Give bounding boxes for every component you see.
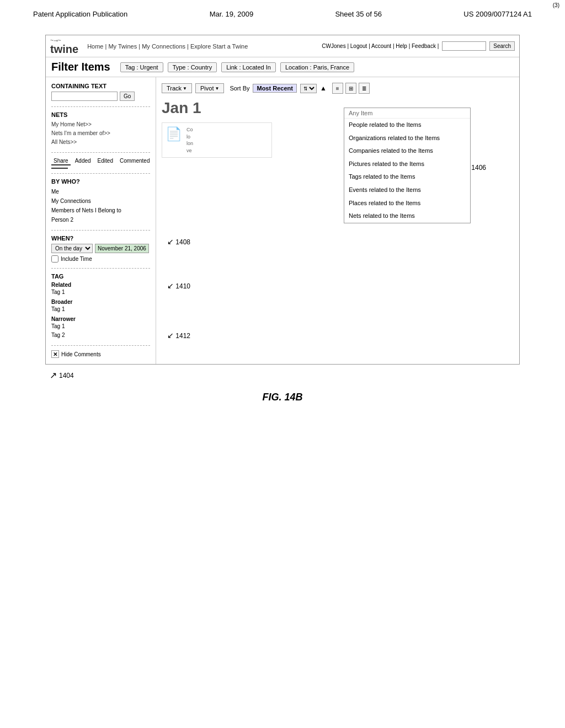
bracket-note: (3) — [553, 2, 559, 8]
item-text-2: lo — [186, 133, 193, 141]
dropdown-item-nets[interactable]: Nets related to the Items — [344, 210, 470, 223]
nav-left: ~⊸~ twine Home | My Twines | My Connecti… — [50, 38, 248, 55]
divider-5 — [51, 268, 150, 269]
by-who-section: BY WHO? Me My Connections Members of Net… — [51, 178, 150, 224]
callout-1406-label: 1406 — [471, 164, 486, 172]
net-member-link[interactable]: Nets I'm a member of>> — [51, 129, 150, 138]
item-card: 📄 Co lo lon ve — [162, 122, 272, 158]
hide-comments-row: ✕ Hide Comments — [51, 350, 150, 358]
by-who-person2[interactable]: Person 2 — [51, 215, 150, 224]
filter-tag-type[interactable]: Type : Country — [168, 62, 217, 72]
go-button[interactable]: Go — [120, 92, 135, 101]
dropdown-item-companies[interactable]: Companies related to the Items — [344, 144, 470, 158]
sidebar: CONTAINING TEXT Go NETS My Home Net>> Ne… — [46, 77, 156, 364]
track-button[interactable]: Track ▼ — [162, 83, 192, 93]
search-button[interactable]: Search — [489, 41, 515, 51]
pivot-button[interactable]: Pivot ▼ — [195, 83, 224, 93]
dropdown-item-events[interactable]: Events related to the Items — [344, 184, 470, 197]
callout-1410-label: 1410 — [175, 282, 190, 290]
logo-area: ~⊸~ twine — [50, 38, 78, 55]
callout-1408-arrow: ↙ — [167, 237, 174, 246]
tag-narrower-label: Narrower — [51, 316, 150, 322]
filter-tag-location[interactable]: Location : Paris, France — [280, 62, 354, 72]
sort-selected[interactable]: Most Recent — [253, 84, 296, 93]
tag-label: TAG — [51, 273, 150, 280]
page-content: ~⊸~ twine Home | My Twines | My Connecti… — [0, 24, 565, 414]
patent-number: US 2009/0077124 A1 — [463, 10, 532, 18]
patent-sheet: Sheet 35 of 56 — [335, 10, 382, 18]
divider-2 — [51, 152, 150, 153]
dropdown-item-people[interactable]: People related to the Items — [344, 119, 470, 132]
containing-text-input[interactable] — [51, 92, 118, 101]
callout-1410-arrow: ↙ — [167, 281, 174, 290]
tag-narrower-tag1[interactable]: Tag 1 — [51, 322, 150, 331]
sort-up-arrow-icon[interactable]: ▲ — [320, 84, 327, 92]
callout-1410: ↙ 1410 — [167, 281, 190, 290]
dropdown-item-tags[interactable]: Tags related to the Items — [344, 170, 470, 184]
callout-1412: ↙ 1412 — [167, 331, 190, 340]
logo-text: twine — [50, 44, 78, 55]
when-label: WHEN? — [51, 235, 150, 242]
main-body: CONTAINING TEXT Go NETS My Home Net>> Ne… — [46, 77, 519, 364]
document-icon: 📄 — [166, 126, 182, 154]
view-list-button[interactable]: ≡ — [332, 83, 343, 94]
filter-tag-link[interactable]: Link : Located In — [221, 62, 276, 72]
tab-edited[interactable]: Edited — [95, 157, 115, 165]
pivot-label: Pivot — [200, 85, 214, 92]
by-who-connections[interactable]: My Connections — [51, 196, 150, 206]
dropdown-item-pictures[interactable]: Pictures related to the Items — [344, 158, 470, 171]
when-date[interactable]: November 21, 2006 — [95, 244, 149, 253]
tag-related-label: Related — [51, 282, 150, 288]
callout-1412-arrow: ↙ — [167, 331, 174, 340]
callout-1404-area: ↗ 1404 — [50, 370, 532, 381]
nav-right: CWJones | Logout | Account | Help | Feed… — [322, 41, 515, 51]
figure-label: FIG. 14B — [33, 392, 532, 403]
include-time-checkbox[interactable] — [51, 255, 58, 263]
nav-links[interactable]: Home | My Twines | My Connections | Expl… — [87, 43, 248, 50]
divider-1 — [51, 106, 150, 107]
sort-label: Sort By — [230, 85, 249, 92]
filter-title: Filter Items — [51, 61, 110, 73]
when-row: On the day November 21, 2006 — [51, 244, 150, 253]
sort-order-select[interactable]: ⇅ — [300, 84, 317, 93]
by-who-members[interactable]: Members of Nets I Belong to — [51, 206, 150, 215]
tag-broader-label: Broader — [51, 299, 150, 305]
dropdown-menu: Any Item People related to the Items Org… — [344, 108, 471, 223]
tab-added[interactable]: Added — [73, 157, 93, 165]
tag-narrower-tag2[interactable]: Tag 2 — [51, 331, 150, 340]
patent-title: Patent Application Publication — [33, 10, 127, 18]
callout-1408: ↙ 1408 — [167, 237, 190, 246]
containing-text-label: CONTAINING TEXT — [51, 83, 150, 89]
item-text-1: Co — [186, 126, 193, 133]
search-input[interactable] — [442, 41, 486, 51]
item-text-4: ve — [186, 147, 193, 154]
net-all-link[interactable]: All Nets>> — [51, 138, 150, 147]
nav-bar: ~⊸~ twine Home | My Twines | My Connecti… — [46, 35, 519, 57]
dropdown-item-places[interactable]: Places related to the Items — [344, 197, 470, 210]
track-label: Track — [167, 85, 182, 92]
by-who-me[interactable]: Me — [51, 187, 150, 196]
containing-text-section: CONTAINING TEXT Go — [51, 83, 150, 101]
tag-section: TAG Related Tag 1 Broader Tag 1 Narrower… — [51, 273, 150, 340]
net-home-link[interactable]: My Home Net>> — [51, 120, 150, 129]
tag-broader-item[interactable]: Tag 1 — [51, 305, 150, 314]
tag-related-item[interactable]: Tag 1 — [51, 288, 150, 297]
view-icons: ≡ ⊞ ≣ — [332, 83, 370, 94]
item-text-3: lon — [186, 140, 193, 147]
tab-commented[interactable]: Commented — [118, 157, 152, 165]
when-select[interactable]: On the day — [51, 244, 93, 253]
view-detail-button[interactable]: ≣ — [359, 83, 370, 94]
include-time-label: Include Time — [61, 256, 92, 262]
containing-text-input-row: Go — [51, 92, 150, 101]
hide-comments-checkbox[interactable]: ✕ — [51, 350, 59, 358]
pivot-arrow-icon: ▼ — [215, 86, 219, 91]
view-grid-button[interactable]: ⊞ — [345, 83, 356, 94]
tab-share[interactable]: Share — [51, 157, 71, 165]
tabs-row: Share Added Edited Commented — [51, 157, 150, 165]
divider-6 — [51, 345, 150, 346]
app-container: ~⊸~ twine Home | My Twines | My Connecti… — [45, 35, 520, 365]
callout-1412-label: 1412 — [175, 332, 190, 340]
filter-tag-urgent[interactable]: Tag : Urgent — [120, 62, 163, 72]
dropdown-item-organizations[interactable]: Organizations related to the Items — [344, 132, 470, 145]
item-text: Co lo lon ve — [186, 126, 193, 154]
